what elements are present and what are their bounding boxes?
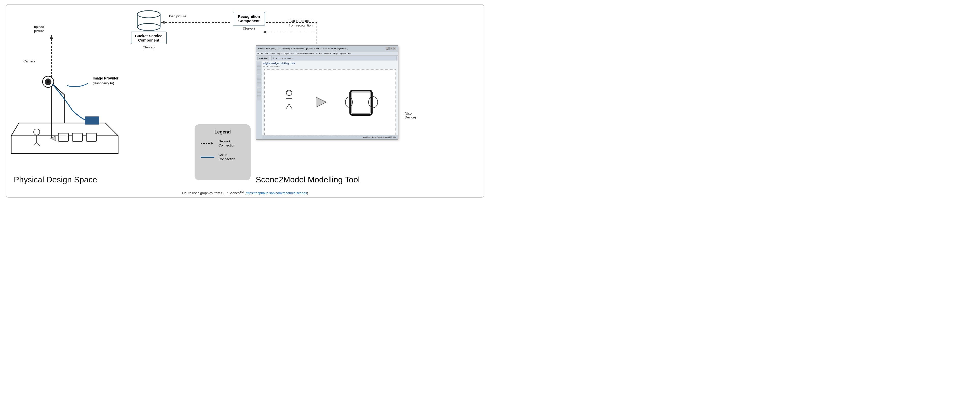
load-picture-label: load picture [169, 14, 186, 18]
svg-marker-11 [263, 30, 266, 33]
s2m-sidebar-icon-9[interactable] [257, 97, 261, 100]
s2m-sidebar-icon-5[interactable] [257, 79, 261, 83]
svg-point-5 [137, 11, 160, 18]
svg-rect-24 [85, 117, 99, 124]
menu-edit[interactable]: Edit [265, 52, 269, 54]
menu-system[interactable]: System tools [340, 52, 352, 54]
legend-cable-label: CableConnection [218, 153, 235, 161]
svg-line-28 [33, 142, 37, 146]
s2m-content: Digital Design Thinking Tools Mode: Full… [256, 61, 398, 139]
s2m-menubar: Model Edit View Haptic2DigitalTwin Libra… [256, 51, 398, 56]
maximize-btn[interactable]: □ [390, 47, 393, 50]
svg-marker-7 [50, 35, 53, 39]
svg-point-49 [345, 97, 353, 107]
s2m-arrow-icon [313, 88, 328, 116]
svg-marker-45 [316, 97, 326, 107]
bucket-component: Bucket ServiceComponent (Server) [131, 10, 167, 49]
s2m-sidebar-icon-3[interactable] [257, 70, 261, 74]
close-btn[interactable]: ✕ [393, 47, 396, 50]
svg-rect-33 [86, 133, 97, 142]
recognition-component: RecognitionComponent (Server) [233, 12, 265, 30]
bucket-icon [135, 10, 163, 30]
menu-help[interactable]: Help [333, 52, 337, 54]
s2m-toolbar: Modelling Search in open models [256, 56, 398, 61]
s2m-canvas [264, 69, 396, 135]
user-device-label: (UserDevice) [405, 112, 416, 119]
svg-line-43 [286, 104, 289, 108]
s2m-sidebar-icon-7[interactable] [257, 88, 261, 91]
svg-marker-38 [211, 142, 213, 145]
s2m-sidebar [256, 61, 262, 139]
svg-line-29 [37, 142, 40, 146]
menu-extras[interactable]: Extras [316, 52, 322, 54]
legend-cable-item: CableConnection [201, 153, 245, 161]
main-container: Bucket ServiceComponent (Server) Recogni… [6, 4, 484, 198]
s2m-titlebar: Scene2Model (beta) 1.7.0 Modelling Toolk… [256, 46, 398, 51]
caption-text: Figure uses graphics from SAP Scenes [182, 191, 240, 195]
physical-design-space-title: Physical Design Space [14, 175, 97, 185]
s2m-titlebar-buttons: _ □ ✕ [386, 47, 396, 50]
legend-network-item: NetworkConnection [201, 139, 245, 148]
legend-network-icon [201, 142, 215, 145]
s2m-main: Digital Design Thinking Tools Mode: Full… [262, 61, 398, 139]
menu-view[interactable]: View [270, 52, 275, 54]
svg-point-23 [47, 80, 50, 83]
menu-window[interactable]: Window [324, 52, 331, 54]
s2m-tablet-icon [345, 88, 378, 116]
bucket-label: Bucket ServiceComponent [131, 32, 167, 44]
s2m-panel-mode: Mode: Full screen [263, 65, 397, 67]
s2m-sidebar-icon-4[interactable] [257, 75, 261, 78]
recognition-sublabel: (Server) [243, 27, 255, 30]
caption-tm: TM [240, 190, 244, 193]
menu-haptic[interactable]: Haptic2DigitalTwin [277, 52, 294, 54]
legend-box: Legend NetworkConnection CableConnection [194, 124, 251, 180]
menu-library[interactable]: Library Management [296, 52, 314, 54]
caption-link[interactable]: https://apphaus.sap.com/resource/scenes [246, 191, 307, 195]
scene2model-title: Scene2Model Modelling Tool [256, 175, 360, 185]
svg-marker-30 [51, 136, 56, 141]
svg-rect-32 [72, 133, 83, 142]
physical-scene-svg [11, 44, 126, 198]
minimize-btn[interactable]: _ [386, 47, 389, 50]
legend-network-label: NetworkConnection [218, 139, 235, 148]
s2m-sidebar-icon-1[interactable] [257, 62, 261, 65]
svg-line-44 [289, 104, 292, 108]
recognition-label: RecognitionComponent [233, 12, 265, 25]
svg-point-4 [137, 24, 160, 30]
load-info-label: load informationfrom recognition [289, 19, 312, 28]
s2m-sidebar-icon-6[interactable] [257, 84, 261, 87]
bucket-sublabel: (Server) [143, 45, 154, 49]
figure-caption: Figure uses graphics from SAP ScenesTM (… [6, 190, 484, 195]
toolbar-modelling-btn[interactable]: Modelling [257, 57, 269, 60]
svg-rect-31 [58, 133, 68, 142]
toolbar-search[interactable]: Search in open models [271, 56, 397, 61]
menu-model[interactable]: Model [257, 52, 263, 54]
s2m-sidebar-icon-2[interactable] [257, 66, 261, 70]
s2m-statusbar: modified | Scene (haptic design) | 83.06… [262, 135, 398, 139]
scene2model-window: Scene2Model (beta) 1.7.0 Modelling Toolk… [256, 45, 398, 140]
s2m-person-icon [282, 88, 296, 116]
svg-point-25 [33, 129, 40, 135]
legend-cable-icon [201, 155, 215, 159]
s2m-title-text: Scene2Model (beta) 1.7.0 Modelling Toolk… [258, 48, 348, 50]
s2m-panel-title: Digital Design Thinking Tools [263, 62, 296, 65]
svg-rect-47 [352, 92, 370, 113]
s2m-sidebar-icon-8[interactable] [257, 92, 261, 96]
legend-title: Legend [201, 129, 245, 135]
upload-picture-label: uploadpicture [34, 25, 44, 33]
